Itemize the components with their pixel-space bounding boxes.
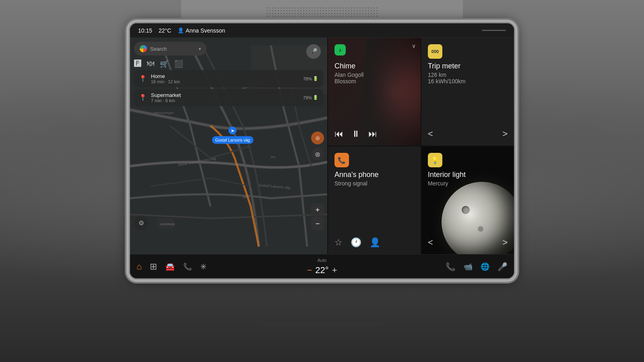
search-input-wrap[interactable]: Search ▾: [134, 42, 206, 56]
destination-battery-supermarket: 79% 🔋: [303, 95, 318, 100]
location-label: Gustaf Larsons väg: [212, 136, 253, 144]
music-next-button[interactable]: ⏭: [368, 129, 377, 139]
phone-signal: Strong signal: [334, 180, 414, 187]
phone-favorites-button[interactable]: ☆: [334, 237, 343, 248]
quick-action-shopping[interactable]: 🛒: [160, 60, 169, 68]
status-bar: 10:15 22°C 👤 Anna Svensson: [130, 23, 514, 38]
destination-info-supermarket: Supermarket 7 min · 6 km: [151, 92, 299, 103]
destination-battery-home: 78% 🔋: [303, 76, 318, 81]
destination-name-home: Home: [151, 73, 299, 79]
apps-grid-button[interactable]: ⊞: [150, 261, 157, 272]
car-interior: // Will render via JS below 10:15 22°C 👤…: [0, 0, 644, 362]
track-artist: Alan Gogoll: [334, 72, 414, 78]
quick-action-parking[interactable]: 🅿: [134, 60, 141, 68]
interior-light-icon: 💡: [428, 153, 442, 167]
zoom-controls: + −: [311, 204, 324, 230]
taskbar-left-controls: ⌂ ⊞ 🚘 📞 ✳: [136, 261, 446, 272]
trip-efficiency: 16 kWh/100km: [428, 78, 508, 84]
destination-detail-supermarket: 7 min · 6 km: [151, 98, 299, 103]
destination-info-home: Home 16 min · 12 km: [151, 73, 299, 84]
svg-text:RA: RA: [271, 155, 276, 159]
planet-crater-2: [478, 226, 483, 232]
map-search-bar: Search ▾ 🎤: [134, 42, 323, 56]
trip-distance: 126 km: [428, 72, 508, 78]
interior-light-subtitle: Mercury: [428, 180, 508, 187]
phone-icon: 📞: [334, 153, 349, 167]
status-user: 👤 Anna Svensson: [178, 27, 225, 34]
svg-text:HUSINGE: HUSINGE: [160, 222, 175, 226]
handsfree-button[interactable]: 📞: [183, 262, 192, 271]
quick-action-more[interactable]: ⬛: [174, 60, 183, 68]
destination-home[interactable]: 📍 Home 16 min · 12 km 78% 🔋: [134, 70, 323, 87]
temp-auto-label: Auto: [318, 258, 327, 263]
trip-next-button[interactable]: >: [502, 129, 508, 139]
trip-meter-title: Trip meter: [428, 62, 508, 71]
phone-history-button[interactable]: 🕐: [351, 237, 361, 248]
map-recenter-button[interactable]: ◎: [311, 132, 324, 144]
destination-pin-supermarket: 📍: [139, 94, 147, 101]
google-maps-icon: [140, 45, 147, 52]
trip-nav-controls: < >: [428, 125, 508, 139]
interior-next-button[interactable]: >: [502, 237, 508, 248]
temp-decrease-button[interactable]: −: [307, 265, 312, 276]
temperature-control: Auto − 22° +: [307, 258, 337, 276]
destination-cards: 📍 Home 16 min · 12 km 78% 🔋 📍: [134, 70, 323, 106]
interior-prev-button[interactable]: <: [428, 237, 433, 248]
right-panel-widgets: ∨ ♪ Chime Alan Gogoll Blossom ⏮ ⏸: [328, 38, 514, 254]
status-time: 10:15: [138, 27, 152, 34]
status-temperature: 22°C: [159, 27, 171, 34]
map-locate-button[interactable]: ◎: [311, 148, 324, 160]
status-divider-line: [482, 30, 506, 31]
car-button[interactable]: 🚘: [165, 262, 175, 272]
phone-name: Anna's phone: [334, 171, 414, 179]
svg-text:RA: RA: [243, 195, 248, 199]
voice-input-button[interactable]: 🎤: [306, 44, 321, 59]
zoom-in-button[interactable]: +: [311, 204, 324, 216]
home-button[interactable]: ⌂: [136, 261, 142, 272]
video-call-button[interactable]: 📹: [464, 262, 473, 271]
taskbar: ⌂ ⊞ 🚘 📞 ✳ Auto − 22° + 📞 📹: [130, 254, 514, 278]
zoom-out-button[interactable]: −: [311, 217, 324, 230]
planet-crater-1: [462, 206, 470, 214]
trip-meter-widget[interactable]: 000 Trip meter 126 km 16 kWh/100km < >: [421, 38, 514, 146]
search-dropdown-arrow: ▾: [199, 47, 201, 51]
temperature-display: 22°: [315, 265, 328, 276]
map-area[interactable]: Räna Bygväg Assar Gabrielssons väg Gusta…: [130, 38, 327, 254]
music-widget[interactable]: ∨ ♪ Chime Alan Gogoll Blossom ⏮ ⏸: [328, 38, 421, 146]
phone-call-button[interactable]: 📞: [446, 262, 456, 272]
track-album: Blossom: [334, 78, 414, 84]
svg-text:Kärrossvägen: Kärrossvägen: [154, 111, 174, 115]
quick-action-food[interactable]: 🍽: [147, 60, 154, 68]
browser-button[interactable]: 🌐: [481, 262, 489, 271]
bottom-vent: [262, 323, 382, 326]
interior-light-widget[interactable]: 💡 Interior light Mercury < >: [421, 146, 514, 254]
destination-supermarket[interactable]: 📍 Supermarket 7 min · 6 km 79% 🔋: [134, 89, 323, 106]
infotainment-screen: 10:15 22°C 👤 Anna Svensson: [129, 22, 515, 280]
temperature-adjuster: − 22° +: [307, 265, 337, 276]
temp-increase-button[interactable]: +: [332, 265, 337, 276]
spotify-icon: ♪: [334, 44, 346, 56]
music-playpause-button[interactable]: ⏸: [351, 129, 360, 139]
phone-quick-controls: ☆ 🕐 👤: [334, 233, 414, 248]
fan-button[interactable]: ✳: [200, 262, 207, 272]
trip-meter-icon: 000: [428, 44, 442, 59]
map-quick-actions: 🅿 🍽 🛒 ⬛: [134, 60, 183, 68]
map-right-controls: ◎ ◎: [311, 132, 324, 160]
map-settings-button[interactable]: ⚙: [134, 216, 149, 230]
direction-arrow: ➤: [229, 127, 237, 135]
speaker-dots: // Will render via JS below: [266, 7, 378, 17]
interior-light-title: Interior light: [428, 171, 508, 179]
destination-name-supermarket: Supermarket: [151, 92, 299, 98]
speaker-grille-top: // Will render via JS below: [181, 0, 463, 24]
trip-prev-button[interactable]: <: [428, 129, 433, 139]
destination-pin-home: 📍: [139, 75, 147, 82]
phone-contacts-button[interactable]: 👤: [369, 237, 380, 248]
current-location-pin: ➤ Gustaf Larsons väg: [212, 127, 253, 144]
destination-detail-home: 16 min · 12 km: [151, 79, 299, 84]
search-text: Search: [150, 46, 196, 52]
track-title: Chime: [334, 62, 414, 71]
voice-assistant-button[interactable]: 🎤: [497, 262, 508, 272]
taskbar-right-controls: 📞 📹 🌐 🎤: [446, 262, 508, 272]
phone-widget[interactable]: 📞 Anna's phone Strong signal ☆ 🕐 👤: [328, 146, 421, 254]
music-previous-button[interactable]: ⏮: [334, 129, 343, 139]
